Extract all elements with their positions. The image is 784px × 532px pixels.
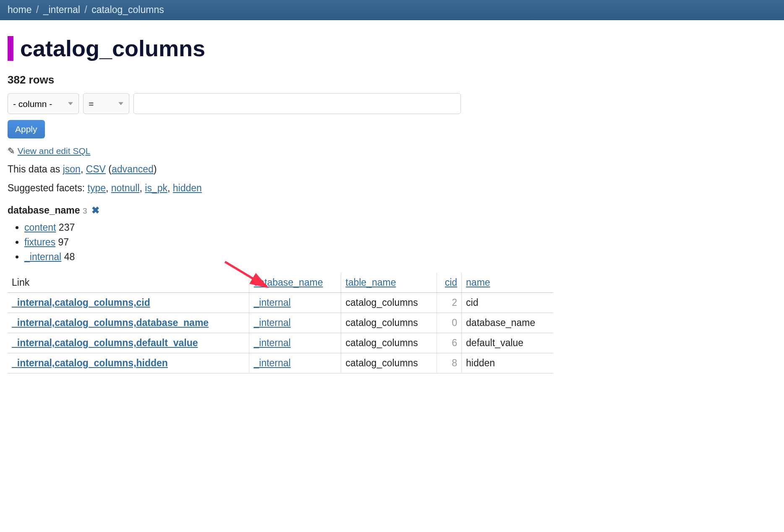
facet-item: content 237 xyxy=(24,222,776,233)
row-link[interactable]: _internal,catalog_columns,database_name xyxy=(12,317,209,328)
col-table-name[interactable]: table_name xyxy=(341,273,437,293)
cell-table-name: catalog_columns xyxy=(341,293,437,313)
export-line: This data as json, CSV (advanced) xyxy=(8,164,776,175)
cell-database-name[interactable]: _internal xyxy=(253,337,290,348)
filter-column-select[interactable]: - column - xyxy=(8,93,79,114)
filter-value-input[interactable] xyxy=(133,93,461,114)
cell-table-name: catalog_columns xyxy=(341,353,437,373)
breadcrumb-current: catalog_columns xyxy=(91,4,164,15)
facet-item-count: 237 xyxy=(59,222,75,233)
cell-database-name[interactable]: _internal xyxy=(253,317,290,328)
cell-cid: 6 xyxy=(437,333,462,353)
col-database-name[interactable]: database_name xyxy=(249,273,341,293)
page-title: catalog_columns xyxy=(8,36,776,61)
table-row: _internal,catalog_columns,cid _internal … xyxy=(8,293,553,313)
cell-table-name: catalog_columns xyxy=(341,313,437,333)
filter-row: - column - = xyxy=(8,93,776,114)
cell-database-name[interactable]: _internal xyxy=(253,357,290,368)
cell-cid: 8 xyxy=(437,353,462,373)
facet-item: fixtures 97 xyxy=(24,237,776,248)
facet-item-count: 97 xyxy=(58,237,69,248)
breadcrumb-sep: / xyxy=(36,4,39,15)
facet-internal-link[interactable]: _internal xyxy=(24,251,61,262)
facet-hidden-link[interactable]: hidden xyxy=(173,183,202,193)
row-link[interactable]: _internal,catalog_columns,hidden xyxy=(12,357,168,368)
facet-name: database_name xyxy=(8,205,80,216)
facet-ispk-link[interactable]: is_pk xyxy=(145,183,167,193)
row-link[interactable]: _internal,catalog_columns,default_value xyxy=(12,337,198,348)
table-row: _internal,catalog_columns,default_value … xyxy=(8,333,553,353)
cell-cid: 0 xyxy=(437,313,462,333)
cell-name: database_name xyxy=(462,313,553,333)
breadcrumb-home[interactable]: home xyxy=(8,4,32,15)
facet-item-count: 48 xyxy=(64,251,75,262)
cell-table-name: catalog_columns xyxy=(341,333,437,353)
data-table: Link database_name table_name cid name _… xyxy=(8,273,553,373)
facet-type-link[interactable]: type xyxy=(88,183,106,193)
col-link: Link xyxy=(8,273,249,293)
pencil-icon: ✎ xyxy=(8,146,15,156)
table-row: _internal,catalog_columns,database_name … xyxy=(8,313,553,333)
suggested-prefix: Suggested facets: xyxy=(8,183,88,193)
facet-notnull-link[interactable]: notnull xyxy=(111,183,140,193)
export-json-link[interactable]: json xyxy=(63,164,81,175)
breadcrumb-db[interactable]: _internal xyxy=(43,4,80,15)
apply-button[interactable]: Apply xyxy=(8,120,45,138)
table-row: _internal,catalog_columns,hidden _intern… xyxy=(8,353,553,373)
view-edit-sql-link[interactable]: View and edit SQL xyxy=(18,146,91,156)
cell-name: cid xyxy=(462,293,553,313)
facet-heading: database_name 3 ✖ xyxy=(8,205,776,216)
export-advanced-link[interactable]: advanced xyxy=(112,164,154,175)
facet-content-link[interactable]: content xyxy=(24,222,56,233)
suggested-facets: Suggested facets: type, notnull, is_pk, … xyxy=(8,183,776,194)
cell-name: default_value xyxy=(462,333,553,353)
cell-name: hidden xyxy=(462,353,553,373)
facet-list: content 237 fixtures 97 _internal 48 xyxy=(8,222,776,263)
cell-database-name[interactable]: _internal xyxy=(253,297,290,308)
breadcrumb: home / _internal / catalog_columns xyxy=(0,0,784,20)
col-name[interactable]: name xyxy=(462,273,553,293)
row-count: 382 rows xyxy=(8,73,776,86)
export-prefix: This data as xyxy=(8,164,63,175)
row-link[interactable]: _internal,catalog_columns,cid xyxy=(12,297,150,308)
cell-cid: 2 xyxy=(437,293,462,313)
facet-fixtures-link[interactable]: fixtures xyxy=(24,237,55,248)
breadcrumb-sep: / xyxy=(84,4,87,15)
filter-op-select[interactable]: = xyxy=(83,93,129,114)
facet-count: 3 xyxy=(83,206,87,215)
export-csv-link[interactable]: CSV xyxy=(86,164,106,175)
facet-remove-icon[interactable]: ✖ xyxy=(91,205,99,216)
col-cid[interactable]: cid xyxy=(437,273,462,293)
facet-item: _internal 48 xyxy=(24,251,776,263)
